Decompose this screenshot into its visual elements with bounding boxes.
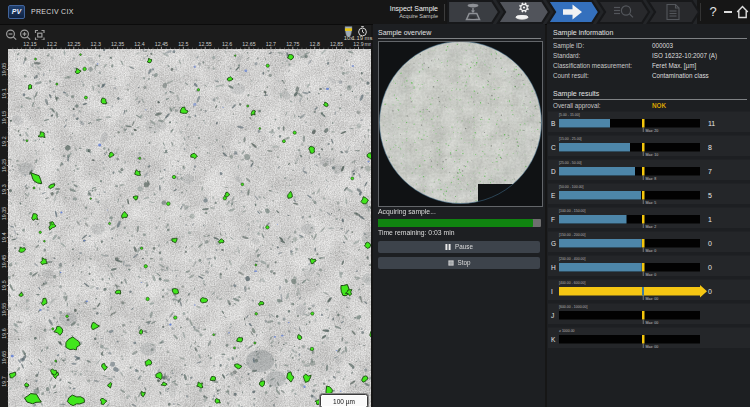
svg-text:B: B (551, 120, 555, 127)
svg-text:Max: 00: Max: 00 (646, 321, 659, 325)
svg-text:19.4: 19.4 (1, 232, 7, 242)
svg-text:[50.00 - 100.00]: [50.00 - 100.00] (559, 185, 584, 189)
svg-text:12.5: 12.5 (178, 41, 188, 47)
svg-text:[5.00 - 15.00]: [5.00 - 15.00] (559, 113, 580, 117)
svg-text:12.2: 12.2 (47, 41, 57, 47)
svg-text:19.55: 19.55 (1, 303, 7, 316)
svg-text:≥ 1000.00: ≥ 1000.00 (559, 329, 575, 333)
svg-text:0: 0 (708, 288, 712, 295)
svg-text:19.5: 19.5 (1, 280, 7, 290)
svg-text:19.7: 19.7 (1, 376, 7, 386)
svg-text:12.55: 12.55 (199, 41, 212, 47)
svg-text:0: 0 (708, 264, 712, 271)
svg-text:[200.00 - 400.00]: [200.00 - 400.00] (559, 257, 585, 261)
svg-text:Max: 0: Max: 0 (646, 273, 657, 277)
svg-text:19.05: 19.05 (1, 63, 7, 76)
svg-text:Max: 5: Max: 5 (646, 201, 657, 205)
svg-text:Max: 00: Max: 00 (646, 297, 659, 301)
svg-text:12.45: 12.45 (155, 41, 168, 47)
svg-text:7: 7 (708, 168, 712, 175)
svg-text:12.15: 12.15 (23, 41, 36, 47)
svg-text:5: 5 (708, 192, 712, 199)
svg-text:19.65: 19.65 (1, 351, 7, 364)
svg-text:F: F (551, 216, 555, 223)
svg-text:19.25: 19.25 (1, 159, 7, 172)
svg-text:Max: 00: Max: 00 (646, 345, 659, 349)
svg-text:[150.00 - 200.00]: [150.00 - 200.00] (559, 233, 585, 237)
svg-text:19.3: 19.3 (1, 184, 7, 194)
svg-text:0: 0 (708, 240, 712, 247)
svg-text:Max: 20: Max: 20 (646, 129, 659, 133)
svg-text:Max: 0: Max: 0 (646, 249, 657, 253)
svg-text:19.45: 19.45 (1, 255, 7, 268)
svg-text:12.85: 12.85 (330, 41, 343, 47)
svg-text:8: 8 (708, 144, 712, 151)
svg-text:[15.00 - 25.00]: [15.00 - 25.00] (559, 137, 582, 141)
svg-text:Max: 2: Max: 2 (646, 225, 657, 229)
svg-text:19.6: 19.6 (1, 328, 7, 338)
svg-text:C: C (551, 144, 556, 151)
svg-text:[600.00 - 1000.00]: [600.00 - 1000.00] (559, 305, 587, 309)
svg-text:G: G (551, 240, 556, 247)
svg-text:12.8: 12.8 (310, 41, 320, 47)
svg-text:I: I (551, 288, 553, 295)
svg-text:K: K (551, 336, 556, 343)
svg-text:12.75: 12.75 (286, 41, 299, 47)
svg-text:Max: 8: Max: 8 (646, 177, 657, 181)
svg-text:[100.00 - 150.00]: [100.00 - 150.00] (559, 209, 585, 213)
svg-text:12.25: 12.25 (67, 41, 80, 47)
svg-text:12.4: 12.4 (134, 41, 144, 47)
svg-text:[25.00 - 50.00]: [25.00 - 50.00] (559, 161, 582, 165)
svg-text:12.9: 12.9 (353, 41, 363, 47)
svg-text:Max: 10: Max: 10 (646, 153, 659, 157)
svg-text:12.6: 12.6 (222, 41, 232, 47)
svg-text:12.3: 12.3 (91, 41, 101, 47)
svg-text:J: J (551, 312, 554, 319)
svg-text:12.7: 12.7 (266, 41, 276, 47)
svg-text:19.15: 19.15 (1, 111, 7, 124)
svg-text:19.35: 19.35 (1, 207, 7, 220)
svg-text:H: H (551, 264, 556, 271)
svg-text:mm: mm (365, 41, 372, 47)
svg-text:19.2: 19.2 (1, 136, 7, 146)
svg-text:E: E (551, 192, 556, 199)
svg-text:11: 11 (708, 120, 715, 127)
svg-text:[400.00 - 600.00]: [400.00 - 600.00] (559, 281, 585, 285)
svg-text:1: 1 (708, 216, 712, 223)
svg-text:D: D (551, 168, 556, 175)
svg-text:12.35: 12.35 (111, 41, 124, 47)
svg-text:12.65: 12.65 (242, 41, 255, 47)
svg-text:19.1: 19.1 (1, 88, 7, 98)
